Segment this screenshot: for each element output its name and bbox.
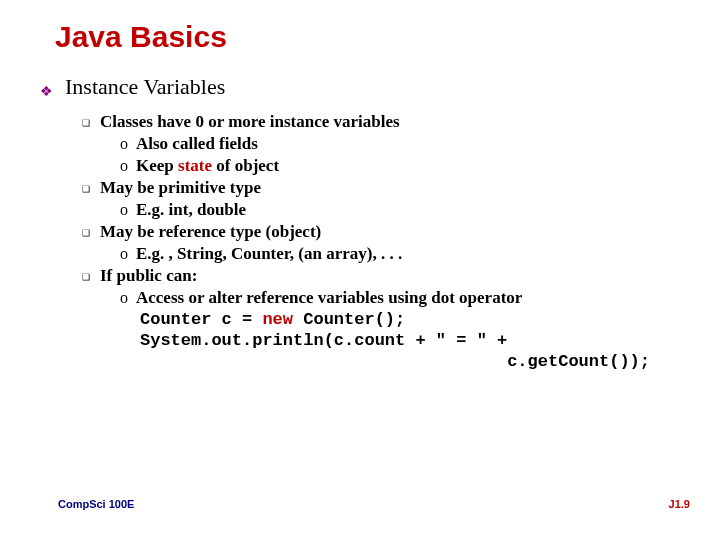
list-item: ❑ Classes have 0 or more instance variab… (82, 112, 680, 132)
code-line: System.out.println(c.count + " = " + (140, 331, 680, 350)
subitem-text: E.g. int, double (136, 200, 246, 220)
item-text: If public can: (100, 266, 197, 286)
keyword-new: new (262, 310, 293, 329)
circle-bullet-icon: o (120, 245, 128, 263)
slide: Java Basics ❖ Instance Variables ❑ Class… (0, 0, 720, 540)
list-subitem: o Access or alter reference variables us… (120, 288, 680, 308)
section-heading: Instance Variables (65, 74, 225, 100)
list-subitem: o Keep state of object (120, 156, 680, 176)
slide-title: Java Basics (55, 20, 680, 54)
code-line: Counter c = new Counter(); (140, 310, 680, 329)
footer: CompSci 100E J1.9 (58, 498, 690, 510)
subitem-text: Keep state of object (136, 156, 279, 176)
list-item: ❑ May be reference type (object) (82, 222, 680, 242)
circle-bullet-icon: o (120, 135, 128, 153)
subitem-text: E.g. , String, Counter, (an array), . . … (136, 244, 402, 264)
list-item: ❑ May be primitive type (82, 178, 680, 198)
diamond-bullet-icon: ❖ (40, 85, 53, 99)
item-text: Classes have 0 or more instance variable… (100, 112, 400, 132)
subitem-text: Access or alter reference variables usin… (136, 288, 522, 308)
subitem-text: Also called fields (136, 134, 258, 154)
square-bullet-icon: ❑ (82, 184, 90, 194)
circle-bullet-icon: o (120, 289, 128, 307)
code-line: c.getCount()); (40, 352, 680, 371)
list-item: ❑ If public can: (82, 266, 680, 286)
square-bullet-icon: ❑ (82, 228, 90, 238)
item-text: May be primitive type (100, 178, 261, 198)
heading-row: ❖ Instance Variables (40, 74, 680, 100)
footer-page: J1.9 (669, 498, 690, 510)
square-bullet-icon: ❑ (82, 118, 90, 128)
list-subitem: o Also called fields (120, 134, 680, 154)
circle-bullet-icon: o (120, 201, 128, 219)
footer-course: CompSci 100E (58, 498, 134, 510)
list-subitem: o E.g. int, double (120, 200, 680, 220)
square-bullet-icon: ❑ (82, 272, 90, 282)
list-subitem: o E.g. , String, Counter, (an array), . … (120, 244, 680, 264)
item-text: May be reference type (object) (100, 222, 321, 242)
circle-bullet-icon: o (120, 157, 128, 175)
highlight-state: state (178, 156, 212, 175)
